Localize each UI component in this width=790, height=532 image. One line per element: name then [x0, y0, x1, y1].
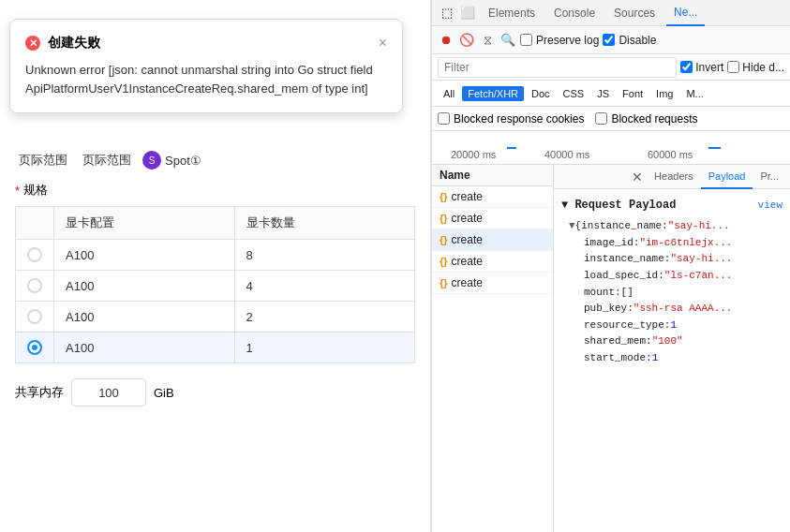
- list-item[interactable]: {} create: [432, 208, 553, 229]
- shared-mem-unit: GiB: [154, 386, 174, 400]
- filter-input[interactable]: [438, 57, 677, 78]
- blocked-cookies-checkbox[interactable]: [438, 112, 450, 125]
- tab-network[interactable]: Ne...: [666, 0, 705, 26]
- invert-text: Invert: [695, 61, 723, 74]
- cell-count-2: 4: [234, 271, 415, 302]
- curl-icon: {}: [440, 213, 448, 224]
- invert-checkbox[interactable]: [680, 61, 693, 73]
- type-btn-js[interactable]: JS: [591, 86, 615, 101]
- timeline-svg: [432, 131, 790, 165]
- blocked-requests-label[interactable]: Blocked requests: [595, 112, 697, 126]
- tree-line: resource_type: 1: [584, 318, 783, 334]
- spec-table: 显卡配置 显卡数量 A100 8 A100 4: [15, 206, 415, 363]
- tab-page-range-2[interactable]: 页际范围: [79, 150, 135, 170]
- tree-line: load_spec_id: "ls-c7an...: [584, 268, 783, 285]
- payload-view-link[interactable]: view: [758, 198, 783, 214]
- table-row[interactable]: A100 8: [16, 240, 415, 271]
- table-row[interactable]: A100 4: [16, 271, 415, 302]
- devtools-misc-icons: ⬚ ⬜: [440, 6, 477, 21]
- type-btn-fetch[interactable]: Fetch/XHR: [462, 86, 524, 101]
- tab-page-range-1[interactable]: 页际范围: [15, 150, 71, 170]
- shared-mem-input[interactable]: [71, 378, 146, 406]
- cell-count-1: 8: [234, 240, 415, 271]
- inspect-icon[interactable]: ⬚: [440, 6, 455, 21]
- tree-collapse[interactable]: ▼: [569, 218, 575, 235]
- table-row-selected[interactable]: A100 1: [16, 332, 415, 363]
- tab-console[interactable]: Console: [546, 0, 603, 26]
- spec-section: * 规格 显卡配置 显卡数量 A100 8: [15, 182, 415, 363]
- cell-model-4: A100: [54, 332, 235, 363]
- tab-headers[interactable]: Headers: [647, 165, 701, 189]
- table-row[interactable]: A100 2: [16, 302, 415, 332]
- type-btn-doc[interactable]: Doc: [526, 86, 556, 101]
- hide-data-urls-checkbox[interactable]: [727, 61, 739, 73]
- disable-cache-checkbox[interactable]: [603, 34, 615, 46]
- disable-cache-label[interactable]: Disable: [603, 34, 656, 47]
- request-name-1: create: [452, 190, 483, 203]
- spot-icon: S: [142, 151, 161, 170]
- type-btn-all[interactable]: All: [438, 86, 460, 101]
- shared-mem-label: 共享内存: [15, 384, 64, 401]
- search-button[interactable]: 🔍: [499, 32, 516, 49]
- shared-mem-row: 共享内存 GiB: [15, 378, 415, 406]
- tree-line: ▼ {instance_name: "say-hi...: [569, 218, 783, 235]
- list-item[interactable]: {} create: [432, 186, 553, 208]
- preserve-log-label[interactable]: Preserve log: [520, 34, 599, 47]
- error-title-row: ✕ 创建失败: [25, 35, 100, 52]
- tab-sources[interactable]: Sources: [606, 0, 663, 26]
- tab-elements[interactable]: Elements: [481, 0, 543, 26]
- col-radio: [16, 207, 54, 240]
- error-body: Unknown error [json: cannot unmarshal st…: [25, 61, 387, 97]
- tree-indent: image_id: "im-c6tnlejx... instance_name:…: [569, 235, 783, 367]
- cell-count-3: 2: [234, 302, 415, 332]
- request-name-4: create: [452, 255, 483, 268]
- radio-row-3[interactable]: [27, 309, 42, 324]
- detail-panel: ✕ Headers Payload Pr... ▼ Request Payloa…: [554, 165, 790, 532]
- spot-label: Spot①: [165, 154, 201, 168]
- tab-payload[interactable]: Payload: [701, 165, 753, 189]
- curl-icon: {}: [440, 234, 448, 245]
- cell-model-1: A100: [54, 240, 235, 271]
- filter-toggle-button[interactable]: ⧖: [479, 32, 496, 49]
- error-title: 创建失败: [48, 35, 100, 52]
- tree-line: mount: []: [584, 285, 783, 302]
- list-item-selected[interactable]: {} create: [432, 229, 553, 251]
- radio-row-4[interactable]: [27, 340, 42, 355]
- hide-text: Hide d...: [742, 61, 784, 74]
- spec-title-label: 规格: [23, 182, 48, 199]
- spec-title-row: * 规格: [15, 182, 415, 199]
- radio-row-1[interactable]: [27, 247, 42, 262]
- stop-recording-button[interactable]: ⏺: [438, 32, 455, 49]
- hide-data-urls-label[interactable]: Hide d...: [727, 61, 784, 74]
- type-btn-img[interactable]: Img: [650, 86, 678, 101]
- preserve-log-checkbox[interactable]: [520, 34, 532, 46]
- curl-icon: {}: [440, 191, 448, 202]
- blocked-cookies-label[interactable]: Blocked response cookies: [438, 112, 584, 126]
- spot-tab[interactable]: S Spot①: [142, 151, 201, 170]
- spec-required-mark: *: [15, 184, 20, 198]
- tree-line: shared_mem: "100": [584, 333, 783, 350]
- invert-label[interactable]: Invert: [680, 61, 723, 74]
- tree-line: image_id: "im-c6tnlejx...: [584, 235, 783, 252]
- devtools-filter-row: Invert Hide d...: [432, 54, 790, 81]
- blocked-requests-checkbox[interactable]: [595, 112, 607, 125]
- col-gpu-count: 显卡数量: [234, 207, 415, 240]
- type-btn-more[interactable]: M...: [680, 86, 708, 101]
- left-panel: ✕ 创建失败 × Unknown error [json: cannot unm…: [0, 0, 431, 532]
- blocked-requests-text: Blocked requests: [611, 112, 697, 126]
- cell-model-3: A100: [54, 302, 235, 332]
- type-btn-font[interactable]: Font: [617, 86, 648, 101]
- tab-preview[interactable]: Pr...: [753, 165, 786, 189]
- devtools-main: Name {} create {} create {} create {} cr…: [432, 165, 790, 532]
- detail-close-button[interactable]: ✕: [628, 170, 647, 185]
- detail-tabs: ✕ Headers Payload Pr...: [554, 165, 790, 189]
- clear-button[interactable]: 🚫: [458, 32, 475, 49]
- payload-tree: ▼ {instance_name: "say-hi... image_id: "…: [561, 218, 783, 366]
- radio-row-2[interactable]: [27, 278, 42, 293]
- error-header: ✕ 创建失败 ×: [25, 35, 387, 52]
- error-close-button[interactable]: ×: [379, 36, 387, 51]
- list-item[interactable]: {} create: [432, 273, 553, 294]
- list-item[interactable]: {} create: [432, 251, 553, 273]
- type-btn-css[interactable]: CSS: [558, 86, 590, 101]
- device-icon[interactable]: ⬜: [460, 6, 475, 21]
